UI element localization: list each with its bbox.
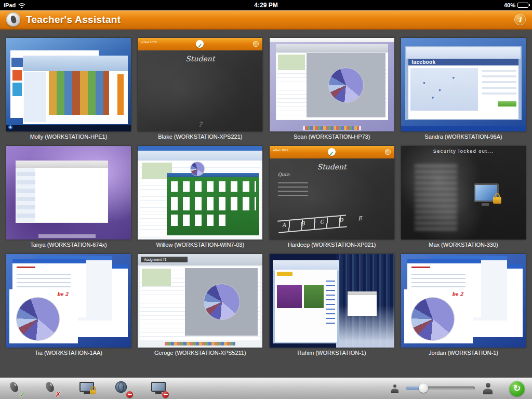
screen-label: Student [270,163,394,171]
block-computers-button[interactable] [151,381,167,396]
student-cell: Molly (WORKSTATION-HPE1) [6,38,131,140]
window-title: Assignment #1 [144,258,166,261]
block-internet-button[interactable] [115,381,131,396]
info-icon [253,41,259,47]
student-cell: Security locked out... Max (WORKSTATION-… [401,146,526,248]
refresh-button[interactable]: ↻ [509,381,525,396]
student-thumbnail-sandra[interactable]: facebook [401,38,526,131]
pie-chart [191,162,204,176]
person-large-icon [482,383,494,394]
student-cell: be 2 Tia (WORKSTATION-1AA) [6,254,131,356]
student-thumbnail-jordan[interactable]: be 2 [401,254,526,348]
student-thumbnail-rahim[interactable] [270,254,394,348]
check-glyph: ✓ [198,43,202,48]
status-left: iPad [4,2,25,8]
student-thumbnail-geroge[interactable]: Assignment #1 [138,254,262,348]
student-caption: Tia (WORKSTATION-1AA) [6,350,131,356]
student-cell: eTest 1073 ✓ Student ? Blake (WORKSTATIO… [138,38,262,140]
quiz-label: Quiz: [278,172,290,177]
battery-icon [517,3,528,8]
thumbnail-size-controls: ↻ [391,381,525,396]
etest-appbar-label: eTest 1073 [141,41,156,44]
screen-lock-icon [79,381,95,394]
student-cell: Tanya (WORKSTATION-674x) [6,146,131,248]
check-glyph: ✓ [19,391,25,398]
student-thumbnail-tia[interactable]: be 2 [6,254,131,348]
battery-percent: 40% [504,2,515,8]
input-allow-button[interactable]: ✓ [7,381,24,396]
refresh-icon: ↻ [513,384,521,393]
lock-screens-button[interactable] [79,381,96,396]
thumbnail-size-slider[interactable] [406,387,475,390]
info-icon [385,149,391,155]
lock-icon [90,390,96,394]
student-caption: Willow (WORKSTATION-WIN7-03) [138,242,262,248]
student-caption: Max (WORKSTATION-330) [401,242,526,248]
question-mark: ? [138,121,262,128]
student-caption: Molly (WORKSTATION-HPE1) [6,134,131,140]
student-thumbnail-molly[interactable] [6,38,131,131]
slider-thumb[interactable] [419,383,428,393]
check-glyph: ✓ [329,151,334,156]
blurred-content [415,165,457,230]
toolbar: ✓ ✗ [0,377,532,399]
student-caption: Sandra (WORKSTATION-96A) [401,134,526,140]
etest-logo-icon: ✓ [196,40,204,48]
quiz-text-lines [278,179,308,196]
student-caption: Rahim (WORKSTATION-1) [270,350,394,356]
etest-logo-icon: ✓ [328,148,336,156]
student-cell: Willow (WORKSTATION-WIN7-03) [138,146,262,248]
lock-message: Security locked out... [401,149,526,154]
student-cell: Sean (WORKSTATION-HP73) [270,38,394,140]
pie-chart [329,68,363,102]
student-cell: facebook Sandra (WORKSTATION-96A) [401,38,526,140]
status-bar: iPad 4:29 PM 40% [0,0,532,10]
page-title: Teacher's Assistant [26,14,121,25]
student-caption: Jordan (WORKSTATION-1) [401,350,526,356]
student-caption: Geroge (WORKSTATION-XPS5211) [138,350,262,356]
lock-icon [493,197,501,204]
no-entry-icon [162,391,169,398]
student-cell: Assignment #1 Geroge (WORKSTATION-XPS521… [138,254,262,356]
student-caption: Tanya (WORKSTATION-674x) [6,242,131,248]
student-thumbnail-willow[interactable] [138,146,262,240]
student-cell: Rahim (WORKSTATION-1) [270,254,394,356]
pie-chart [411,298,454,340]
locked-computer-icon [474,183,499,202]
person-small-icon [391,384,399,393]
annotation-text: be 2 [452,291,463,297]
device-label: iPad [4,2,16,8]
facebook-logo: facebook [411,59,435,65]
ladder-sketch: A B C D E [277,215,347,233]
info-button[interactable]: i [514,14,526,25]
wifi-icon [18,3,25,8]
student-thumbnail-sean[interactable] [270,38,394,131]
student-cell: be 2 Jordan (WORKSTATION-1) [401,254,526,356]
student-thumbnail-max[interactable]: Security locked out... [401,146,526,240]
cross-glyph: ✗ [55,391,61,398]
student-caption: Sean (WORKSTATION-HP73) [270,134,394,140]
student-thumbnail-tanya[interactable] [6,146,131,240]
input-block-button[interactable]: ✗ [43,381,60,396]
app-logo-icon [6,12,20,26]
pie-chart [204,284,240,320]
annotation-text: be 2 [57,291,68,297]
student-grid: Molly (WORKSTATION-HPE1) eTest 1073 ✓ St… [0,31,532,356]
teachers-assistant-app: iPad 4:29 PM 40% Teacher's Assistant i M… [0,0,532,399]
screen-label: Student [138,55,262,63]
pie-chart [17,298,59,340]
status-right: 40% [504,2,528,8]
clock: 4:29 PM [0,2,532,9]
app-header: Teacher's Assistant i [0,10,532,30]
student-cell: eTest 1073 ✓ Student Quiz: A B C D E Har… [270,146,394,248]
student-caption: Blake (WORKSTATION-XPS221) [138,134,262,140]
student-thumbnail-blake[interactable]: eTest 1073 ✓ Student ? [138,38,262,131]
etest-appbar-label: eTest 1073 [273,149,288,152]
ladder-letters: A B C D E [282,215,369,229]
no-entry-icon [126,391,133,398]
toolbar-actions: ✓ ✗ [7,381,167,396]
student-thumbnail-hardeep[interactable]: eTest 1073 ✓ Student Quiz: A B C D E [270,146,394,240]
student-caption: Hardeep (WORKSTATION-XP021) [270,242,394,248]
